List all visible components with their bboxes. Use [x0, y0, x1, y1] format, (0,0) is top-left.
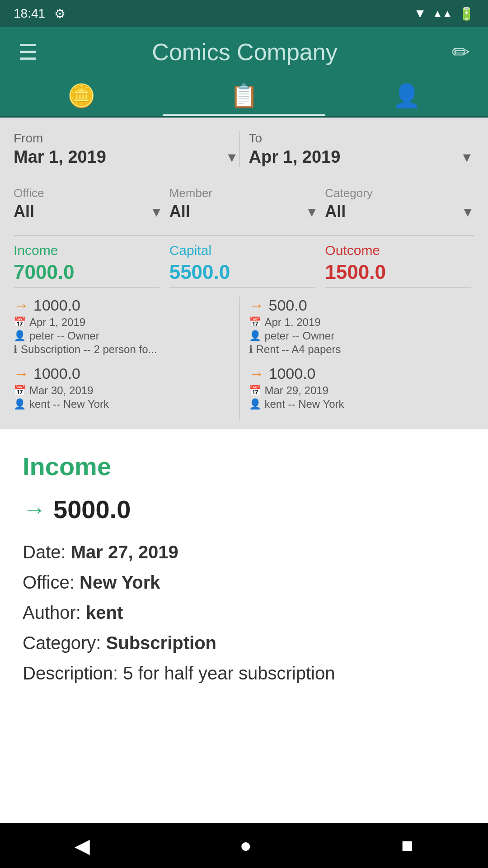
detail-desc-value: 5 for half year subscription — [123, 663, 335, 683]
detail-desc-field: Description: 5 for half year subscriptio… — [23, 663, 465, 684]
txn-left-1[interactable]: → 1000.0 📅Apr 1, 2019 👤peter -- Owner ℹS… — [14, 297, 236, 356]
detail-desc-label: Description: — [23, 663, 118, 683]
member-arrow: ▾ — [308, 204, 315, 220]
detail-amount-row: → 5000.0 — [23, 495, 465, 524]
to-date-value[interactable]: Apr 1, 2019 ▾ — [249, 147, 470, 167]
txn-right-2[interactable]: → 1000.0 📅Mar 29, 2019 👤kent -- New York — [249, 365, 471, 410]
status-bar: 18:41 ⚙ ▼ ▲▲ 🔋 — [0, 0, 488, 27]
txn-arrow-icon: → — [14, 297, 29, 314]
capital-label: Capital — [169, 243, 315, 258]
txn-arrow-icon-r2: → — [249, 365, 264, 382]
status-icons: ▼ ▲▲ 🔋 — [414, 6, 474, 21]
transactions-left: → 1000.0 📅Apr 1, 2019 👤peter -- Owner ℹS… — [14, 297, 240, 420]
from-date-value[interactable]: Mar 1, 2019 ▾ — [14, 147, 235, 167]
info-icon-r1: ℹ — [249, 344, 253, 355]
nav-bar: ◀ ● ■ — [0, 823, 488, 868]
user-icon: 👤 — [14, 330, 26, 342]
menu-icon[interactable]: ☰ — [18, 39, 38, 65]
info-icon: ℹ — [14, 344, 17, 355]
detail-date-value: Mar 27, 2019 — [71, 542, 178, 562]
signal-icon: ▲▲ — [432, 8, 452, 19]
home-button[interactable]: ● — [239, 834, 252, 857]
income-summary: Income 7000.0 — [14, 243, 163, 288]
detail-office-label: Office: — [23, 572, 75, 592]
battery-icon: 🔋 — [459, 6, 474, 21]
to-label: To — [249, 131, 470, 146]
wallet-icon: 🪙 — [67, 83, 95, 109]
user-icon-2: 👤 — [14, 398, 26, 410]
calendar-icon-2: 📅 — [14, 385, 26, 396]
detail-author-value: kent — [86, 603, 123, 623]
detail-category-label: Category: — [23, 633, 101, 653]
detail-category-field: Category: Subscription — [23, 633, 465, 653]
user-icon-r2: 👤 — [249, 398, 261, 410]
detail-office-value: New York — [80, 572, 160, 592]
wifi-icon: ▼ — [414, 6, 427, 21]
from-label: From — [14, 131, 235, 146]
category-arrow: ▾ — [464, 204, 471, 220]
office-value[interactable]: All ▾ — [14, 202, 160, 224]
outcome-summary: Outcome 1500.0 — [319, 243, 474, 288]
add-contact-icon: 👤 — [393, 83, 421, 109]
income-value: 7000.0 — [14, 261, 160, 288]
detail-category-value: Subscription — [106, 633, 216, 653]
txn-arrow-icon-r1: → — [249, 297, 264, 314]
calendar-icon-r1: 📅 — [249, 316, 261, 328]
recent-button[interactable]: ■ — [401, 834, 413, 857]
detail-arrow-icon: → — [23, 496, 46, 523]
detail-amount-value: 5000.0 — [53, 495, 131, 524]
office-filter[interactable]: Office All ▾ — [14, 186, 163, 224]
tab-add-contact[interactable]: 👤 — [325, 75, 488, 116]
detail-type-label: Income — [23, 452, 465, 481]
to-date-col[interactable]: To Apr 1, 2019 ▾ — [240, 131, 475, 167]
detail-date-label: Date: — [23, 542, 66, 562]
user-icon-r1: 👤 — [249, 330, 261, 342]
capital-value: 5500.0 — [169, 261, 315, 288]
tab-contacts[interactable]: 📋 — [163, 75, 325, 116]
txn-arrow-icon-2: → — [14, 365, 29, 382]
detail-author-label: Author: — [23, 603, 81, 623]
from-dropdown-arrow: ▾ — [228, 149, 235, 165]
date-filter-row: From Mar 1, 2019 ▾ To Apr 1, 2019 ▾ — [14, 131, 474, 167]
capital-summary: Capital 5500.0 — [163, 243, 319, 288]
member-label: Member — [169, 186, 315, 200]
office-label: Office — [14, 186, 160, 200]
transactions-grid: → 1000.0 📅Apr 1, 2019 👤peter -- Owner ℹS… — [14, 297, 474, 420]
txn-amount-2-left: 1000.0 — [33, 365, 80, 382]
settings-icon: ⚙ — [54, 6, 66, 21]
outcome-label: Outcome — [325, 243, 471, 258]
income-label: Income — [14, 243, 160, 258]
txn-amount-2-right: 1000.0 — [269, 365, 316, 382]
summary-row: Income 7000.0 Capital 5500.0 Outcome 150… — [14, 235, 474, 288]
office-arrow: ▾ — [153, 204, 160, 220]
filter-row: Office All ▾ Member All ▾ Category All ▾ — [14, 178, 474, 224]
tab-bar: 🪙 📋 👤 — [0, 77, 488, 118]
txn-amount-1-right: 500.0 — [269, 297, 307, 314]
edit-icon[interactable]: ✏ — [452, 39, 470, 65]
txn-right-1[interactable]: → 500.0 📅Apr 1, 2019 👤peter -- Owner ℹRe… — [249, 297, 471, 356]
member-value[interactable]: All ▾ — [169, 202, 315, 224]
detail-author-field: Author: kent — [23, 603, 465, 623]
to-dropdown-arrow: ▾ — [463, 149, 470, 165]
tab-wallet[interactable]: 🪙 — [0, 75, 163, 116]
back-button[interactable]: ◀ — [75, 834, 90, 857]
from-date-col[interactable]: From Mar 1, 2019 ▾ — [14, 131, 240, 167]
category-label: Category — [325, 186, 471, 200]
detail-date-field: Date: Mar 27, 2019 — [23, 542, 465, 562]
calendar-icon-r2: 📅 — [249, 385, 261, 396]
txn-amount-1-left: 1000.0 — [33, 297, 80, 314]
status-time: 18:41 — [14, 6, 45, 21]
outcome-value: 1500.0 — [325, 261, 471, 288]
member-filter[interactable]: Member All ▾ — [163, 186, 319, 224]
detail-office-field: Office: New York — [23, 572, 465, 593]
app-title: Comics Company — [152, 38, 337, 66]
txn-left-2[interactable]: → 1000.0 📅Mar 30, 2019 👤kent -- New York — [14, 365, 236, 410]
app-bar: ☰ Comics Company ✏ — [0, 27, 488, 77]
transactions-right: → 500.0 📅Apr 1, 2019 👤peter -- Owner ℹRe… — [240, 297, 475, 420]
category-filter[interactable]: Category All ▾ — [319, 186, 474, 224]
category-value[interactable]: All ▾ — [325, 202, 471, 224]
contacts-icon: 📋 — [230, 83, 258, 109]
calendar-icon: 📅 — [14, 316, 26, 328]
background-content: From Mar 1, 2019 ▾ To Apr 1, 2019 ▾ Offi… — [0, 118, 488, 429]
detail-panel: Income → 5000.0 Date: Mar 27, 2019 Offic… — [0, 429, 488, 745]
